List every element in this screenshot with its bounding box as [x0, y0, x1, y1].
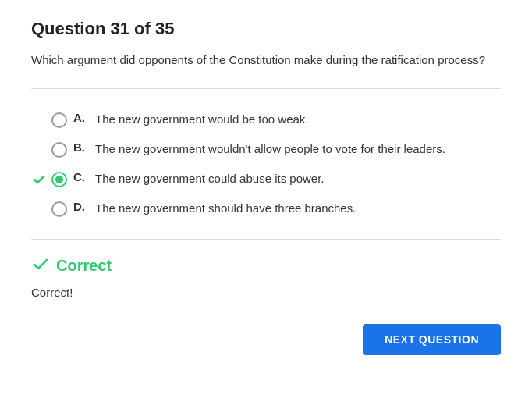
option-b-no-check	[31, 142, 47, 158]
option-a-letter: A.	[73, 111, 89, 124]
result-section: Correct	[31, 255, 501, 276]
option-d-radio[interactable]	[51, 201, 67, 217]
option-d-icons	[31, 200, 67, 217]
option-c-icons	[31, 170, 67, 187]
result-message: Correct!	[31, 286, 501, 299]
option-a-text: The new government would be too weak.	[95, 111, 309, 127]
result-label: Correct	[56, 257, 112, 275]
option-c-text: The new government could abuse its power…	[95, 170, 325, 187]
option-item-b[interactable]: B. The new government wouldn't allow peo…	[31, 134, 501, 164]
option-b-icons	[31, 141, 67, 158]
option-d-letter: D.	[73, 200, 89, 213]
question-counter: Question 31 of 35	[31, 19, 501, 39]
option-item-d[interactable]: D. The new government should have three …	[31, 194, 501, 223]
result-check-icon	[31, 255, 50, 276]
option-d-text: The new government should have three bra…	[95, 200, 356, 216]
option-a-no-check	[31, 112, 47, 128]
option-a-icons	[31, 111, 67, 128]
option-d-no-check	[31, 201, 47, 217]
option-c-radio[interactable]	[51, 172, 67, 187]
next-button-wrapper: NEXT QUESTION	[31, 318, 501, 355]
option-c-letter: C.	[73, 170, 89, 183]
top-divider	[31, 88, 501, 89]
quiz-container: Question 31 of 35 Which argument did opp…	[0, 0, 532, 374]
option-b-letter: B.	[73, 141, 89, 154]
options-list: A. The new government would be too weak.…	[31, 105, 501, 223]
option-item-c[interactable]: C. The new government could abuse its po…	[31, 164, 501, 194]
option-b-radio[interactable]	[51, 142, 67, 158]
option-item-a[interactable]: A. The new government would be too weak.	[31, 105, 501, 134]
option-c-check-icon	[31, 172, 47, 187]
bottom-divider	[31, 239, 501, 240]
option-a-radio[interactable]	[51, 112, 67, 128]
question-text: Which argument did opponents of the Cons…	[31, 52, 501, 69]
next-question-button[interactable]: NEXT QUESTION	[363, 324, 501, 355]
option-b-text: The new government wouldn't allow people…	[95, 141, 445, 157]
